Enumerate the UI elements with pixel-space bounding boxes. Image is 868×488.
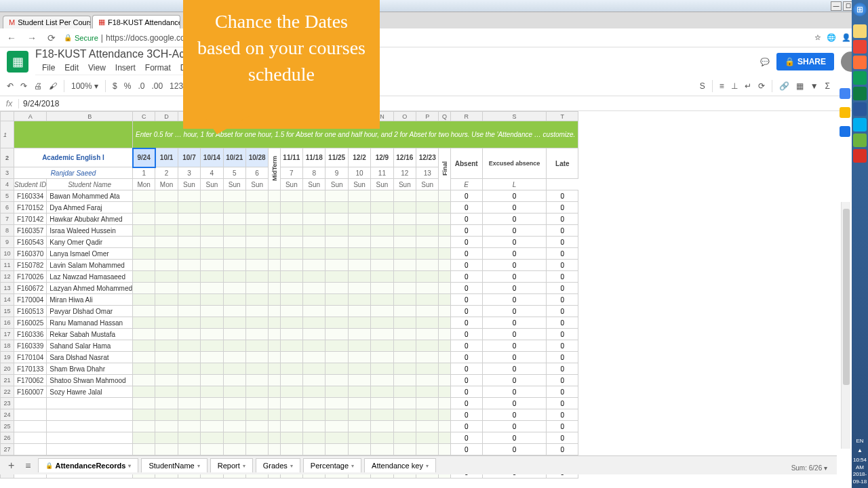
attendance-cell[interactable] [245,375,268,386]
attendance-cell[interactable] [201,317,223,329]
attendance-cell[interactable] [280,352,302,363]
empty-cell[interactable] [47,421,133,432]
late-total[interactable]: 0 [547,409,578,421]
attendance-cell[interactable] [223,283,245,294]
attendance-cell[interactable] [280,271,302,283]
excused-total[interactable]: 0 [482,432,547,444]
clock-time[interactable]: 10:54 AM [852,457,868,471]
col-header-P[interactable]: P [416,112,439,121]
attendance-cell[interactable] [416,237,439,248]
attendance-cell[interactable] [178,352,200,363]
menu-file[interactable]: File [42,63,55,73]
row-header-5[interactable]: 5 [1,190,14,202]
attendance-cell[interactable] [416,363,439,375]
midterm-cell[interactable] [269,398,280,409]
corner-cell[interactable] [1,112,14,121]
attendance-cell[interactable] [155,432,178,444]
attendance-cell[interactable] [155,363,178,375]
student-name[interactable]: Sham Brwa Dhahr [47,363,133,375]
attendance-cell[interactable] [223,271,245,283]
attendance-cell[interactable] [155,225,178,237]
attendance-cell[interactable] [223,352,245,363]
attendance-cell[interactable] [201,294,223,306]
student-name[interactable]: Dya Ahmed Faraj [47,202,133,214]
date-cell[interactable]: 10/28 [245,148,268,167]
absent-total[interactable]: 0 [450,352,482,363]
attendance-cell[interactable] [326,409,348,421]
date-cell[interactable]: 11/25 [326,148,348,167]
late-total[interactable]: 0 [547,225,578,237]
session-num[interactable]: 10 [348,167,370,179]
sheet-tab-4[interactable]: Percentage▾ [303,458,361,472]
sheet-tab-0[interactable]: 🔒AttendanceRecords▾ [38,458,139,472]
attendance-cell[interactable] [416,306,439,317]
attendance-cell[interactable] [416,294,439,306]
attendance-cell[interactable] [280,237,302,248]
attendance-cell[interactable] [201,237,223,248]
final-cell[interactable] [439,248,450,260]
attendance-cell[interactable] [155,386,178,398]
row-header-4[interactable]: 4 [1,179,14,190]
attendance-cell[interactable] [326,214,348,225]
attendance-cell[interactable] [133,248,155,260]
late-total[interactable]: 0 [547,306,578,317]
midterm-cell[interactable] [269,421,280,432]
valign-button[interactable]: ⊥ [731,81,738,91]
day-cell[interactable]: Sun [178,179,200,190]
attendance-cell[interactable] [178,398,200,409]
attendance-cell[interactable] [371,260,393,271]
student-id[interactable]: F170062 [14,375,47,386]
attendance-cell[interactable] [371,237,393,248]
row-header-22[interactable]: 22 [1,386,14,398]
browser-tab-0[interactable]: MStudent List Per Course✕ [3,16,91,28]
attendance-cell[interactable] [326,190,348,202]
excused-total[interactable]: 0 [482,329,547,340]
attendance-cell[interactable] [326,225,348,237]
attendance-cell[interactable] [223,432,245,444]
attendance-cell[interactable] [201,248,223,260]
excused-total[interactable]: 0 [482,248,547,260]
attendance-cell[interactable] [178,248,200,260]
student-name[interactable]: Rekar Sabah Mustafa [47,329,133,340]
attendance-cell[interactable] [348,260,370,271]
final-cell[interactable] [439,329,450,340]
sheet-tab-menu-icon[interactable]: ▾ [128,463,131,469]
absent-total[interactable]: 0 [450,444,482,455]
attendance-cell[interactable] [326,340,348,352]
attendance-cell[interactable] [245,225,268,237]
final-cell[interactable] [439,386,450,398]
col-header-R[interactable]: R [450,112,482,121]
attendance-cell[interactable] [245,271,268,283]
attendance-cell[interactable] [245,352,268,363]
midterm-cell[interactable] [269,283,280,294]
sheet-tab-menu-icon[interactable]: ▾ [426,463,429,469]
zoom-select[interactable]: 100% ▾ [71,81,98,91]
attendance-cell[interactable] [280,248,302,260]
date-cell[interactable]: 12/9 [371,148,393,167]
attendance-cell[interactable] [201,432,223,444]
attendance-cell[interactable] [303,225,326,237]
attendance-cell[interactable] [178,444,200,455]
attendance-cell[interactable] [245,237,268,248]
attendance-cell[interactable] [393,432,416,444]
student-name[interactable]: Lanya Ismael Omer [47,248,133,260]
sheet-tab-menu-icon[interactable]: ▾ [243,463,245,469]
col-header-B[interactable]: B [47,112,133,121]
strike-button[interactable]: S [700,81,705,91]
attendance-cell[interactable] [223,294,245,306]
attendance-cell[interactable] [371,352,393,363]
midterm-cell[interactable] [269,317,280,329]
attendance-cell[interactable] [393,225,416,237]
attendance-cell[interactable] [416,225,439,237]
late-total[interactable]: 0 [547,248,578,260]
attendance-cell[interactable] [303,306,326,317]
student-name[interactable]: Lavin Salam Mohammed [47,260,133,271]
late-total[interactable]: 0 [547,271,578,283]
attendance-cell[interactable] [326,260,348,271]
menu-format[interactable]: Format [145,63,171,73]
student-name[interactable]: Sahand Salar Hama [47,340,133,352]
attendance-cell[interactable] [371,214,393,225]
attendance-cell[interactable] [201,444,223,455]
attendance-cell[interactable] [393,398,416,409]
attendance-cell[interactable] [280,214,302,225]
